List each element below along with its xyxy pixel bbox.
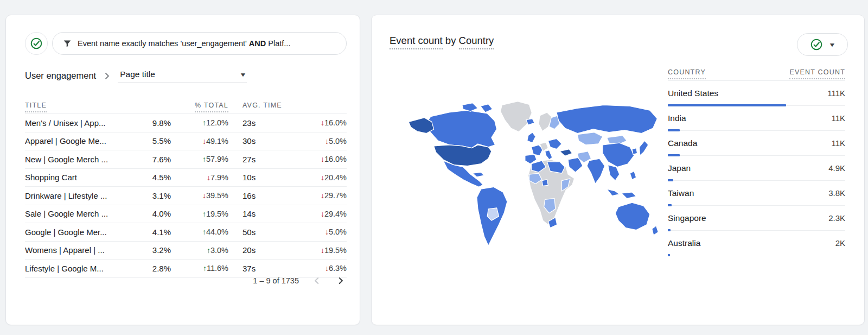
row-pct-change: ↑19.5% <box>171 210 228 218</box>
dimension-select[interactable]: Page title ▼ <box>118 68 247 83</box>
row-pct-total: 4.0% <box>132 209 171 218</box>
pct-change-arrow: ↑ <box>207 246 210 255</box>
row-pct-change: ↓49.1% <box>171 137 228 146</box>
column-header-country[interactable]: COUNTRY <box>668 68 706 76</box>
event-count-by-country-card: Event count by Country ▼ <box>371 15 865 325</box>
row-title: New | Google Merch ... <box>25 155 132 164</box>
row-pct-total: 4.1% <box>132 227 171 237</box>
row-pct-change: ↑12.0% <box>171 118 228 127</box>
page-title-report-card: Event name exactly matches 'user_engagem… <box>5 15 360 325</box>
country-event-count: 11K <box>831 113 845 123</box>
row-time-change: ↓16.0% <box>292 155 347 163</box>
row-pct-total: 5.5% <box>132 136 171 146</box>
pagination-next-button[interactable] <box>335 275 347 287</box>
time-change-arrow: ↓ <box>325 137 329 146</box>
row-pct-change: ↓7.9% <box>171 173 228 182</box>
row-avg-time: 16s <box>228 191 292 200</box>
country-row[interactable]: Japan 4.9K <box>668 156 845 181</box>
row-pct-change: ↑44.0% <box>171 227 228 236</box>
pct-change-arrow: ↓ <box>202 137 206 146</box>
country-row[interactable]: United States 111K <box>668 81 845 106</box>
row-avg-time: 50s <box>228 227 292 237</box>
country-name: India <box>668 113 686 123</box>
pct-change-arrow: ↑ <box>203 264 207 273</box>
time-change-arrow: ↓ <box>321 155 324 163</box>
country-table-body: United States 111K India 11K Canada 11K … <box>668 81 845 256</box>
table-row[interactable]: Womens | Apparel | ... 3.2% ↑3.0% 20s ↓1… <box>25 242 347 260</box>
check-circle-icon <box>30 37 43 50</box>
country-event-count: 2K <box>835 238 845 248</box>
country-name: Canada <box>668 138 697 148</box>
filter-funnel-icon <box>62 39 72 48</box>
time-change-arrow: ↓ <box>321 210 324 218</box>
pct-change-arrow: ↓ <box>207 173 210 182</box>
row-title: Apparel | Google Me... <box>25 136 132 146</box>
pagination-prev-button[interactable] <box>311 275 323 287</box>
country-bar <box>668 254 670 256</box>
row-title: Sale | Google Merch ... <box>25 209 132 218</box>
country-name: Singapore <box>668 213 706 223</box>
table-row[interactable]: Men's / Unisex | App... 9.8% ↑12.0% 23s … <box>25 114 347 132</box>
row-avg-time: 10s <box>228 173 292 182</box>
time-change-arrow: ↓ <box>321 246 324 255</box>
row-pct-change: ↑3.0% <box>171 246 228 255</box>
row-time-change: ↓6.3% <box>292 264 347 273</box>
row-pct-total: 9.8% <box>132 118 171 128</box>
country-name: Japan <box>668 163 691 173</box>
chevron-down-icon: ▼ <box>828 42 836 48</box>
card-title-dimension[interactable]: Country <box>459 35 494 49</box>
column-header-pct-total[interactable]: % TOTAL <box>195 102 228 109</box>
metrics-table: TITLE % TOTAL AVG. TIME Men's / Unisex |… <box>25 94 347 278</box>
country-event-count: 3.8K <box>828 188 845 198</box>
time-change-arrow: ↓ <box>321 118 324 127</box>
country-row[interactable]: Australia 2K <box>668 231 845 256</box>
table-row[interactable]: Shopping Cart 4.5% ↓7.9% 10s ↓20.4% <box>25 169 347 187</box>
row-time-change: ↓5.0% <box>292 227 347 236</box>
pct-change-arrow: ↓ <box>202 191 206 200</box>
row-time-change: ↓19.5% <box>292 246 347 255</box>
filter-chip-text: Event name exactly matches 'user_engagem… <box>78 39 290 48</box>
world-map-choropleth[interactable] <box>399 97 662 254</box>
table-row[interactable]: Apparel | Google Me... 5.5% ↓49.1% 30s ↓… <box>25 132 347 151</box>
row-title: Google | Google Mer... <box>25 227 132 237</box>
card-title: Event count by Country <box>390 35 494 47</box>
table-row[interactable]: Google | Google Mer... 4.1% ↑44.0% 50s ↓… <box>25 223 347 242</box>
column-header-avg-time[interactable]: AVG. TIME <box>228 102 282 109</box>
filter-applied-button[interactable] <box>25 32 48 55</box>
country-row[interactable]: India 11K <box>668 106 845 131</box>
table-row[interactable]: Drinkware | Lifestyle ... 3.1% ↓39.5% 16… <box>25 187 347 205</box>
country-name: Australia <box>668 238 700 248</box>
chevron-down-icon: ▼ <box>239 72 247 78</box>
pct-change-arrow: ↑ <box>202 227 206 236</box>
country-row[interactable]: Taiwan 3.8K <box>668 181 845 206</box>
column-header-title[interactable]: TITLE <box>25 102 47 109</box>
filter-row: Event name exactly matches 'user_engagem… <box>25 32 347 55</box>
table-row[interactable]: New | Google Merch ... 7.6% ↑57.9% 27s ↓… <box>25 150 347 169</box>
country-name: Taiwan <box>668 188 694 198</box>
card-filter-dropdown-button[interactable]: ▼ <box>797 33 848 56</box>
card-title-metric[interactable]: Event count <box>390 35 443 49</box>
row-pct-change: ↑57.9% <box>171 155 228 163</box>
breadcrumb: User engagement Page title ▼ <box>25 68 247 83</box>
country-row[interactable]: Canada 11K <box>668 131 845 156</box>
row-pct-total: 7.6% <box>132 155 171 164</box>
pct-change-arrow: ↑ <box>202 155 206 163</box>
time-change-arrow: ↓ <box>325 264 329 273</box>
metrics-table-header: TITLE % TOTAL AVG. TIME <box>25 94 347 114</box>
country-event-count: 111K <box>827 89 845 98</box>
row-avg-time: 30s <box>228 136 292 146</box>
row-avg-time: 23s <box>228 118 292 128</box>
row-avg-time: 37s <box>228 264 292 273</box>
country-row[interactable]: Singapore 2.3K <box>668 206 845 231</box>
column-header-event-count[interactable]: EVENT COUNT <box>789 68 845 76</box>
dimension-select-value: Page title <box>120 69 155 79</box>
row-pct-total: 4.5% <box>132 173 171 182</box>
row-title: Men's / Unisex | App... <box>25 118 132 128</box>
table-row[interactable]: Sale | Google Merch ... 4.0% ↑19.5% 14s … <box>25 205 347 224</box>
country-table-header: COUNTRY EVENT COUNT <box>668 68 845 81</box>
check-circle-icon <box>810 38 823 51</box>
row-avg-time: 20s <box>228 245 292 255</box>
row-time-change: ↓29.4% <box>292 210 347 218</box>
country-event-count: 11K <box>831 138 845 148</box>
filter-chip[interactable]: Event name exactly matches 'user_engagem… <box>52 32 347 55</box>
